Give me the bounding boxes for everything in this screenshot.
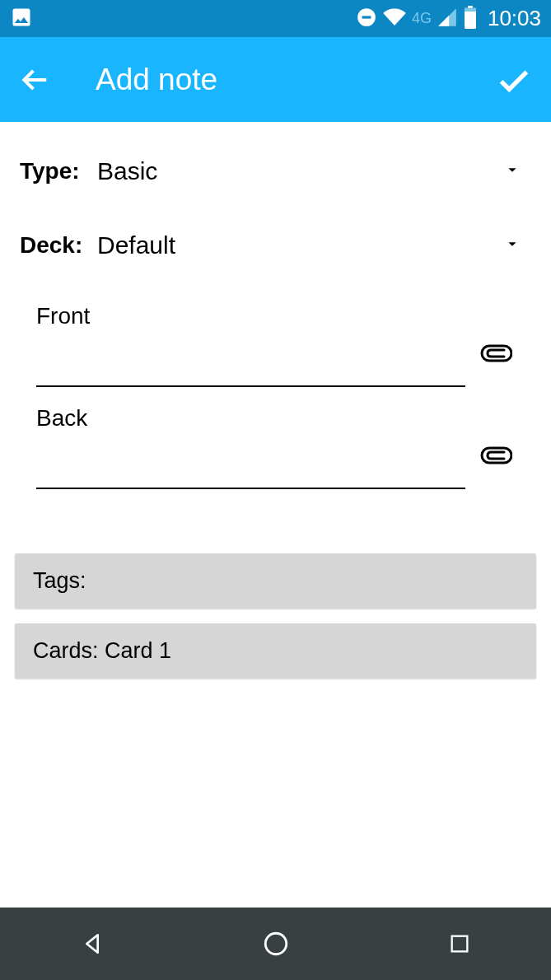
tags-row[interactable]: Tags: xyxy=(15,553,536,609)
front-label: Front xyxy=(36,303,515,329)
wifi-icon xyxy=(382,7,407,31)
svg-rect-7 xyxy=(451,936,467,952)
nav-recent-button[interactable] xyxy=(418,919,501,968)
status-bar: 4G 10:03 xyxy=(0,0,551,37)
attachment-icon xyxy=(479,342,512,365)
back-input[interactable] xyxy=(36,448,465,489)
front-field-block: Front xyxy=(36,303,515,387)
deck-selector[interactable]: Deck: Default xyxy=(0,221,551,270)
confirm-button[interactable] xyxy=(493,59,535,100)
front-attach-button[interactable] xyxy=(477,334,515,372)
back-button[interactable] xyxy=(16,62,53,98)
attachment-icon xyxy=(479,444,512,467)
back-attach-button[interactable] xyxy=(477,436,515,474)
page-title: Add note xyxy=(96,63,493,97)
deck-value: Default xyxy=(97,231,503,259)
image-icon xyxy=(10,6,33,32)
app-bar: Add note xyxy=(0,37,551,122)
svg-point-6 xyxy=(265,933,287,954)
check-icon xyxy=(495,61,533,99)
system-nav-bar xyxy=(0,908,551,980)
cards-row[interactable]: Cards: Card 1 xyxy=(15,623,536,679)
fields-container: Front Back xyxy=(0,295,551,489)
type-value: Basic xyxy=(97,157,503,185)
chevron-down-icon xyxy=(503,161,521,182)
dnd-icon xyxy=(356,7,377,31)
signal-icon xyxy=(437,7,458,31)
network-4g-label: 4G xyxy=(412,10,432,27)
arrow-left-icon xyxy=(19,64,50,96)
back-field-block: Back xyxy=(36,405,515,489)
circle-home-icon xyxy=(262,930,290,958)
svg-rect-2 xyxy=(468,6,473,8)
extra-rows: Tags: Cards: Card 1 xyxy=(0,507,551,679)
svg-rect-1 xyxy=(362,16,371,18)
status-left xyxy=(10,6,33,32)
status-time: 10:03 xyxy=(488,6,541,31)
square-recent-icon xyxy=(448,932,471,955)
nav-home-button[interactable] xyxy=(235,919,317,968)
type-selector[interactable]: Type: Basic xyxy=(0,147,551,196)
front-input[interactable] xyxy=(36,346,465,387)
svg-rect-4 xyxy=(465,7,476,11)
content-area: Type: Basic Deck: Default Front xyxy=(0,122,551,908)
nav-back-button[interactable] xyxy=(51,919,133,968)
chevron-down-icon xyxy=(503,235,521,256)
deck-label: Deck: xyxy=(20,232,97,259)
battery-icon xyxy=(463,6,478,32)
type-label: Type: xyxy=(20,158,97,184)
status-right: 4G 10:03 xyxy=(356,6,541,32)
back-label: Back xyxy=(36,405,515,432)
triangle-back-icon xyxy=(79,931,105,957)
